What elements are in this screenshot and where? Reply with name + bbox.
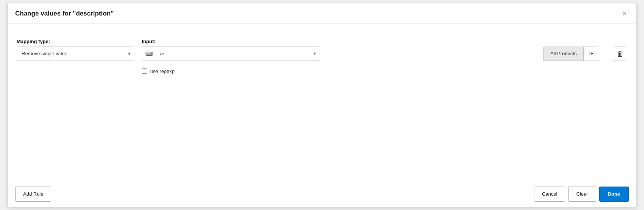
delete-rule-button[interactable] [613, 47, 627, 61]
input-select-text: ï» [156, 51, 310, 56]
dialog-title: Change values for "description" [15, 10, 114, 17]
mapping-type-select[interactable]: Remove single valueSet valueAppend value… [17, 47, 134, 61]
dialog-footer: Add Rule Cancel Clear Done [8, 181, 636, 207]
footer-right: Cancel Clear Done [534, 187, 629, 202]
all-products-button[interactable]: All Products [543, 47, 583, 61]
trash-icon [617, 50, 623, 57]
clear-button[interactable]: Clear [568, 187, 596, 202]
dialog-header: Change values for "description" × [8, 3, 636, 23]
footer-left: Add Rule [15, 187, 51, 202]
cancel-button[interactable]: Cancel [534, 187, 565, 202]
done-button[interactable]: Done [599, 187, 629, 202]
use-regexp-checkbox[interactable] [142, 68, 147, 74]
add-rule-button[interactable]: Add Rule [15, 187, 51, 202]
mapping-type-label: Mapping type: [17, 39, 134, 44]
dialog-body: Mapping type: Remove single valueSet val… [8, 23, 636, 181]
use-regexp-label[interactable]: use regexp [150, 68, 174, 74]
condition-buttons: All Products IF [543, 47, 599, 61]
mapping-type-field: Mapping type: Remove single valueSet val… [17, 39, 134, 61]
input-field-group: Input: ⌨ ï» ▾ [142, 39, 320, 61]
input-select-arrow-icon[interactable]: ▾ [310, 51, 320, 56]
checkbox-row: use regexp [17, 68, 627, 74]
if-button[interactable]: IF [583, 47, 599, 61]
change-values-dialog: Change values for "description" × Mappin… [7, 3, 637, 207]
rule-row: Mapping type: Remove single valueSet val… [17, 39, 627, 61]
input-label: Input: [142, 39, 320, 44]
keyboard-icon: ⌨ [142, 47, 156, 61]
close-button[interactable]: × [620, 9, 629, 18]
mapping-type-wrapper: Remove single valueSet valueAppend value… [17, 47, 134, 61]
input-select-wrapper[interactable]: ⌨ ï» ▾ [142, 47, 320, 61]
